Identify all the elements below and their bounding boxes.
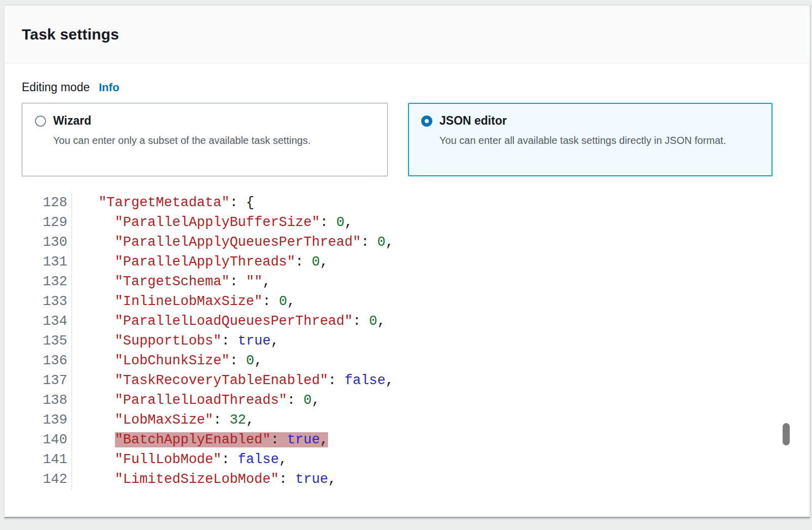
json-code-editor[interactable]: 128 "TargetMetadata": {129 "ParallelAppl… (22, 193, 809, 489)
line-number: 133 (22, 292, 72, 312)
line-number: 136 (22, 351, 72, 371)
code-line-text: "LobChunkSize": 0, (72, 351, 262, 371)
scrollbar-thumb[interactable] (783, 423, 790, 445)
info-link[interactable]: Info (99, 81, 119, 94)
wizard-option-head: Wizard (35, 114, 375, 128)
code-line-text: "ParallelLoadQueuesPerThread": 0, (72, 312, 386, 331)
json-editor-option-card[interactable]: JSON editor You can enter all available … (408, 103, 773, 176)
line-number: 134 (22, 312, 72, 331)
code-line-text: "BatchApplyEnabled": true, (72, 430, 328, 450)
editing-mode-label: Editing mode (22, 81, 90, 94)
code-line[interactable]: 141 "FullLobMode": false, (22, 450, 809, 470)
code-line[interactable]: 128 "TargetMetadata": { (22, 193, 809, 213)
code-line-text: "TaskRecoveryTableEnabled": false, (72, 371, 394, 391)
line-number: 129 (22, 213, 72, 233)
line-number: 142 (22, 470, 72, 489)
code-line[interactable]: 129 "ParallelApplyBufferSize": 0, (22, 213, 809, 233)
wizard-option-card[interactable]: Wizard You can enter only a subset of th… (22, 103, 388, 176)
code-line[interactable]: 138 "ParallelLoadThreads": 0, (22, 391, 809, 410)
code-line-text: "ParallelApplyBufferSize": 0, (72, 213, 353, 233)
code-line-text: "TargetSchema": "", (72, 272, 271, 292)
code-line-text: "ParallelLoadThreads": 0, (72, 391, 320, 410)
wizard-option-description: You can enter only a subset of the avail… (53, 133, 375, 148)
line-number: 140 (22, 430, 72, 450)
line-number: 141 (22, 450, 72, 470)
code-line[interactable]: 140 "BatchApplyEnabled": true, (22, 430, 809, 450)
line-number: 139 (22, 410, 72, 430)
code-line[interactable]: 139 "LobMaxSize": 32, (22, 410, 809, 430)
editing-mode-row: Editing mode Info (22, 81, 809, 94)
line-number: 128 (22, 193, 72, 213)
code-line-text: "TargetMetadata": { (72, 193, 254, 213)
panel-header: Task settings (5, 6, 809, 63)
code-line-text: "FullLobMode": false, (72, 450, 287, 470)
line-number: 130 (22, 233, 72, 252)
code-line-text: "ParallelApplyThreads": 0, (72, 252, 328, 272)
code-line[interactable]: 132 "TargetSchema": "", (22, 272, 809, 292)
code-lines: 128 "TargetMetadata": {129 "ParallelAppl… (22, 193, 809, 489)
line-number: 137 (22, 371, 72, 391)
code-line-text: "LobMaxSize": 32, (72, 410, 254, 430)
code-line[interactable]: 142 "LimitedSizeLobMode": true, (22, 470, 809, 489)
code-line[interactable]: 137 "TaskRecoveryTableEnabled": false, (22, 371, 809, 391)
code-line-text: "InlineLobMaxSize": 0, (72, 292, 295, 312)
highlighted-code-segment: "BatchApplyEnabled": true, (115, 432, 328, 447)
code-line[interactable]: 134 "ParallelLoadQueuesPerThread": 0, (22, 312, 809, 331)
code-line[interactable]: 136 "LobChunkSize": 0, (22, 351, 809, 371)
wizard-option-label: Wizard (53, 114, 91, 128)
code-line-text: "LimitedSizeLobMode": true, (72, 470, 336, 489)
task-settings-panel: Task settings Editing mode Info Wizard Y… (4, 5, 810, 518)
code-line-text: "ParallelApplyQueuesPerThread": 0, (72, 233, 394, 252)
line-number: 132 (22, 272, 72, 292)
code-line[interactable]: 135 "SupportLobs": true, (22, 331, 809, 351)
code-line-text: "SupportLobs": true, (72, 331, 279, 351)
editing-mode-tiles: Wizard You can enter only a subset of th… (22, 103, 809, 176)
panel-content: Editing mode Info Wizard You can enter o… (5, 81, 809, 489)
line-number: 135 (22, 331, 72, 351)
json-editor-radio-button[interactable] (421, 116, 432, 127)
code-line[interactable]: 130 "ParallelApplyQueuesPerThread": 0, (22, 233, 809, 252)
page-title: Task settings (22, 26, 119, 43)
line-number: 131 (22, 252, 72, 272)
code-line[interactable]: 131 "ParallelApplyThreads": 0, (22, 252, 809, 272)
json-editor-option-label: JSON editor (439, 114, 507, 128)
json-editor-option-description: You can enter all available task setting… (439, 133, 759, 148)
line-number: 138 (22, 391, 72, 410)
code-line[interactable]: 133 "InlineLobMaxSize": 0, (22, 292, 809, 312)
json-editor-option-head: JSON editor (421, 114, 759, 128)
wizard-radio-button[interactable] (35, 116, 46, 127)
